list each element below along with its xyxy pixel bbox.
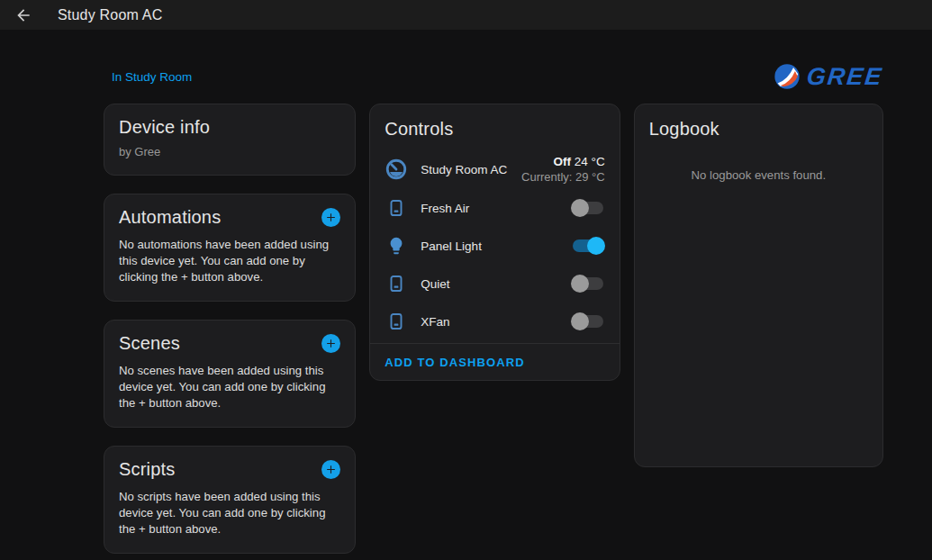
thermostat-icon <box>385 158 408 181</box>
back-button[interactable] <box>13 5 34 26</box>
switch-icon <box>385 274 408 294</box>
automations-title: Automations <box>119 207 221 228</box>
entity-row-xfan: XFan <box>370 303 619 340</box>
plus-icon <box>325 212 337 223</box>
plus-icon <box>325 338 337 349</box>
xfan-toggle[interactable] <box>571 312 605 330</box>
quiet-toggle[interactable] <box>571 275 605 293</box>
entity-name: Study Room AC <box>421 163 521 176</box>
middle-column: Controls Study Room AC Off <box>369 104 620 381</box>
scenes-empty-text: No scenes have been added using this dev… <box>119 363 340 411</box>
manufacturer-logo: GREE <box>773 62 883 91</box>
arrow-left-icon <box>14 6 32 24</box>
add-automation-button[interactable] <box>321 208 340 227</box>
logbook-empty-text: No logbook events found. <box>635 168 882 182</box>
automations-empty-text: No automations have been added using thi… <box>119 237 340 285</box>
fresh-air-toggle[interactable] <box>571 199 605 217</box>
device-manufacturer: by Gree <box>119 145 340 158</box>
scripts-title: Scripts <box>119 459 176 480</box>
scenes-title: Scenes <box>119 333 180 354</box>
switch-icon <box>385 312 408 331</box>
climate-target-temp: 24 °C <box>575 155 605 168</box>
climate-mode: Off <box>553 155 571 168</box>
climate-state: Off 24 °C Currently: 29 °C <box>521 154 605 185</box>
entity-name: Quiet <box>421 277 570 291</box>
add-to-dashboard-button[interactable]: ADD TO DASHBOARD <box>385 356 524 369</box>
cards-grid: Device info by Gree Automations No autom… <box>104 104 883 554</box>
automations-card: Automations No automations have been add… <box>104 194 356 302</box>
controls-footer: ADD TO DASHBOARD <box>370 343 619 380</box>
entity-row-panel-light: Panel Light <box>370 227 619 265</box>
logbook-title: Logbook <box>635 104 882 140</box>
add-script-button[interactable] <box>321 460 340 479</box>
scripts-card: Scripts No scripts have been added using… <box>104 446 356 554</box>
left-column: Device info by Gree Automations No autom… <box>104 104 356 554</box>
right-column: Logbook No logbook events found. <box>634 104 883 467</box>
entity-row-fresh-air: Fresh Air <box>370 189 619 227</box>
plus-icon <box>325 464 337 475</box>
logbook-card: Logbook No logbook events found. <box>634 104 883 467</box>
gree-logo-icon <box>773 62 801 91</box>
controls-title: Controls <box>370 104 619 149</box>
lightbulb-icon <box>385 236 408 256</box>
add-scene-button[interactable] <box>321 334 340 353</box>
switch-icon <box>385 198 408 218</box>
entity-row-climate[interactable]: Study Room AC Off 24 °C Currently: 29 °C <box>370 149 619 189</box>
entity-name: XFan <box>421 315 570 329</box>
area-link[interactable]: In Study Room <box>112 70 192 84</box>
app-header: Study Room AC <box>0 0 932 30</box>
entity-name: Panel Light <box>421 239 570 253</box>
scenes-card: Scenes No scenes have been added using t… <box>104 320 356 428</box>
panel-light-toggle[interactable] <box>571 237 605 255</box>
page-title: Study Room AC <box>58 7 162 23</box>
climate-current-temp: Currently: 29 °C <box>521 169 605 185</box>
gree-logo-text: GREE <box>806 65 884 89</box>
controls-card: Controls Study Room AC Off <box>369 104 620 381</box>
top-row: In Study Room GREE <box>104 55 883 98</box>
device-page: In Study Room GREE Device info by Gree A <box>0 55 932 554</box>
device-info-title: Device info <box>119 117 340 138</box>
entity-name: Fresh Air <box>421 202 570 215</box>
entity-row-quiet: Quiet <box>370 265 619 303</box>
device-info-card: Device info by Gree <box>104 104 356 176</box>
scripts-empty-text: No scripts have been added using this de… <box>119 489 340 537</box>
